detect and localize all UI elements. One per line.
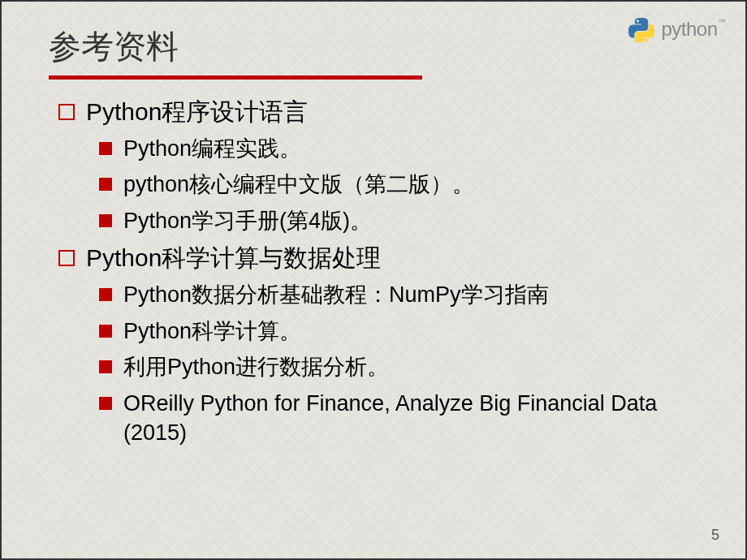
section-heading: Python程序设计语言 [86,96,308,127]
page-number: 5 [711,527,719,544]
bullet-outline-icon [58,250,75,266]
list-item: Python程序设计语言 [58,96,705,127]
item-text: Python科学计算。 [123,317,301,346]
bullet-fill-icon [99,360,112,373]
item-text: OReilly Python for Finance, Analyze Big … [123,389,705,448]
list-item: OReilly Python for Finance, Analyze Big … [99,389,705,448]
bullet-fill-icon [99,397,112,410]
list-item: Python编程实践。 [99,134,705,163]
item-text: Python数据分析基础教程：NumPy学习指南 [123,280,549,309]
python-logo: python™ [628,16,725,42]
list-item: python核心编程中文版（第二版）。 [99,170,705,199]
list-item: Python学习手册(第4版)。 [99,206,705,235]
list-item: Python数据分析基础教程：NumPy学习指南 [99,280,705,309]
bullet-fill-icon [99,142,112,155]
section-heading: Python科学计算与数据处理 [86,242,381,274]
logo-text: python™ [661,18,725,41]
bullet-fill-icon [99,325,112,338]
item-text: python核心编程中文版（第二版）。 [123,170,474,199]
list-item: Python科学计算。 [99,317,705,346]
bullet-fill-icon [99,288,112,301]
bullet-fill-icon [99,214,112,227]
item-text: 利用Python进行数据分析。 [123,352,389,381]
item-text: Python编程实践。 [123,134,301,163]
list-item: 利用Python进行数据分析。 [99,352,705,381]
bullet-outline-icon [58,104,75,120]
list-item: Python科学计算与数据处理 [58,242,705,274]
bullet-fill-icon [99,178,112,191]
slide-content: Python程序设计语言 Python编程实践。 python核心编程中文版（第… [2,80,745,448]
item-text: Python学习手册(第4版)。 [123,206,372,235]
python-logo-icon [628,16,654,42]
